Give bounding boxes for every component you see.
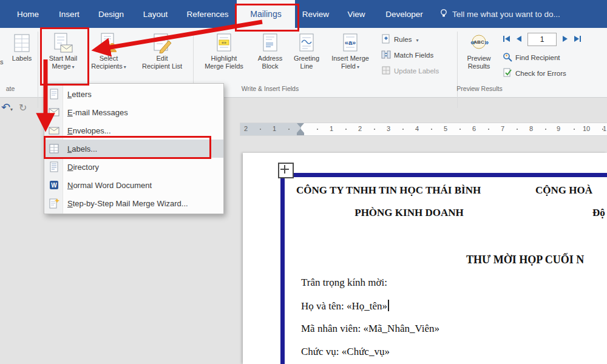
- start-mail-merge-label-2: Merge: [52, 62, 74, 71]
- envelopes-button-partial[interactable]: s: [0, 58, 4, 66]
- tab-view-label: View: [347, 10, 365, 19]
- chevron-down-icon: [356, 62, 359, 70]
- previous-record-button[interactable]: [516, 34, 522, 45]
- find-recipient-icon: [503, 52, 512, 63]
- tab-insert[interactable]: Insert: [52, 0, 86, 28]
- start-mail-merge-button[interactable]: Start Mail Merge: [41, 30, 85, 83]
- letters-icon: [48, 89, 60, 99]
- update-labels-label: Update Labels: [394, 67, 439, 75]
- menu-item-email-messages[interactable]: E-mail Messages: [44, 103, 223, 121]
- update-labels-button[interactable]: Update Labels: [381, 64, 439, 78]
- menu-item-directory[interactable]: Directory: [44, 158, 223, 176]
- greeting-line-label-2: Line: [300, 62, 313, 70]
- tab-home[interactable]: Home: [11, 0, 45, 28]
- tab-view[interactable]: View: [341, 0, 371, 28]
- rules-label: Rules: [394, 36, 412, 43]
- left-indent-marker[interactable]: [297, 133, 304, 135]
- tab-references-label: References: [186, 10, 228, 19]
- lightbulb-icon: [439, 8, 448, 20]
- group-label-preview-results: Preview Results: [450, 85, 509, 92]
- group-label-create-partial: ate: [0, 85, 21, 92]
- tab-references[interactable]: References: [182, 0, 233, 28]
- record-number-input[interactable]: 1: [527, 33, 557, 46]
- rules-icon: [381, 34, 391, 45]
- match-fields-label: Match Fields: [394, 52, 433, 59]
- find-recipient-label: Find Recipient: [515, 54, 560, 61]
- body-line-2: Họ và tên: «Họ_tên»: [301, 300, 389, 312]
- edit-recipient-list-label-2: Recipient List: [142, 62, 182, 70]
- select-recipients-button[interactable]: Select Recipients: [89, 30, 129, 83]
- check-for-errors-button[interactable]: Check for Errors: [503, 67, 566, 80]
- undo-icon: [1, 103, 10, 113]
- hanging-indent-marker[interactable]: [297, 129, 304, 133]
- tab-review-label: Review: [302, 10, 329, 19]
- menu-item-envelopes[interactable]: Envelopes...: [44, 121, 223, 140]
- ruler-mark: 2: [356, 125, 364, 132]
- menu-item-step-by-step-wizard[interactable]: Step-by-Step Mail Merge Wizard...: [44, 194, 223, 212]
- menu-item-step-by-step-wizard-label: Step-by-Step Mail Merge Wizard...: [67, 199, 188, 208]
- menu-item-labels[interactable]: Labels...: [44, 140, 223, 158]
- chevron-down-icon: [71, 62, 75, 70]
- ruler-mark: 8: [527, 125, 535, 132]
- match-fields-icon: [381, 50, 391, 61]
- ruler-mark: 2: [242, 125, 249, 132]
- insert-merge-field-label-1: Insert Merge: [331, 55, 369, 62]
- edit-recipient-list-icon: [152, 32, 172, 55]
- body-line-1: Trân trọng kính mời:: [301, 277, 387, 289]
- group-separator: [38, 32, 38, 108]
- check-for-errors-icon: [503, 68, 512, 79]
- svg-text:W: W: [51, 182, 57, 189]
- preview-results-label-1: Preview: [467, 55, 490, 62]
- ribbon-tab-bar: Home Insert Design Layout References Mai…: [0, 0, 607, 28]
- tab-developer[interactable]: Developer: [379, 0, 430, 28]
- tab-design[interactable]: Design: [93, 0, 129, 28]
- first-record-button[interactable]: [503, 34, 510, 45]
- document-title: THƯ MỜI HỌP CUỐI N: [466, 254, 584, 266]
- labels-button[interactable]: Labels: [7, 30, 36, 83]
- highlight-merge-fields-button[interactable]: «» Highlight Merge Fields: [198, 30, 250, 83]
- ruler-mark: 1: [271, 125, 278, 132]
- tab-layout[interactable]: Layout: [137, 0, 174, 28]
- body-line-4: Chức vụ: «Chức_vụ»: [301, 346, 390, 358]
- tab-review[interactable]: Review: [299, 0, 333, 28]
- group-separator: [457, 32, 458, 108]
- horizontal-ruler[interactable]: 2 1 1 2 3 4 5 6 7 8 9 10 1: [240, 123, 607, 136]
- quick-access-toolbar: [1, 101, 27, 114]
- ruler-mark: 6: [470, 125, 478, 132]
- tab-home-label: Home: [17, 10, 39, 19]
- envelope-icon: [48, 127, 60, 135]
- header-right-line1: CỘNG HOÀ: [535, 184, 592, 197]
- undo-button[interactable]: [1, 101, 13, 114]
- document-page[interactable]: CÔNG TY TNHH TIN HỌC THÁI BÌNH PHÒNG KIN…: [243, 153, 607, 364]
- labels-sheet-icon: [13, 32, 31, 55]
- redo-button[interactable]: [19, 102, 27, 113]
- start-mail-merge-icon: [53, 32, 73, 55]
- match-fields-button[interactable]: Match Fields: [381, 49, 433, 62]
- first-line-indent-marker[interactable]: [297, 123, 304, 127]
- highlight-merge-fields-label-2: Merge Fields: [205, 62, 243, 70]
- menu-item-normal-word-document[interactable]: W Normal Word Document: [44, 176, 223, 194]
- table-move-handle[interactable]: [278, 163, 294, 178]
- menu-item-letters[interactable]: Letters: [44, 85, 223, 103]
- labels-grid-icon: [48, 144, 60, 153]
- tab-insert-label: Insert: [59, 10, 80, 19]
- merge-field-ho-ten: Họ và tên: «Họ_tên»: [301, 300, 387, 312]
- menu-item-labels-label: Labels...: [67, 144, 97, 153]
- edit-recipient-list-button[interactable]: Edit Recipient List: [136, 30, 188, 83]
- greeting-line-button[interactable]: Greeting Line: [290, 30, 323, 83]
- address-block-button[interactable]: Address Block: [253, 30, 288, 83]
- insert-merge-field-button[interactable]: «a» Insert Merge Field: [327, 30, 374, 83]
- preview-results-button[interactable]: ABC«» Preview Results: [461, 30, 497, 83]
- tab-mailings[interactable]: Mailings: [237, 0, 295, 28]
- header-left-line2: PHÒNG KINH DOANH: [296, 207, 522, 219]
- next-record-button[interactable]: [562, 34, 568, 45]
- menu-item-normal-word-document-label: Normal Word Document: [67, 181, 152, 190]
- tell-me-box[interactable]: Tell me what you want to do...: [439, 0, 560, 28]
- start-mail-merge-menu: Letters E-mail Messages Envelopes... Lab…: [44, 83, 224, 214]
- last-record-button[interactable]: [574, 34, 582, 45]
- rules-button[interactable]: Rules: [381, 33, 418, 46]
- page-border-frame: [280, 173, 607, 364]
- find-recipient-button[interactable]: Find Recipient: [503, 51, 560, 64]
- ruler-mark: 1: [601, 125, 607, 132]
- greeting-line-icon: [296, 32, 317, 55]
